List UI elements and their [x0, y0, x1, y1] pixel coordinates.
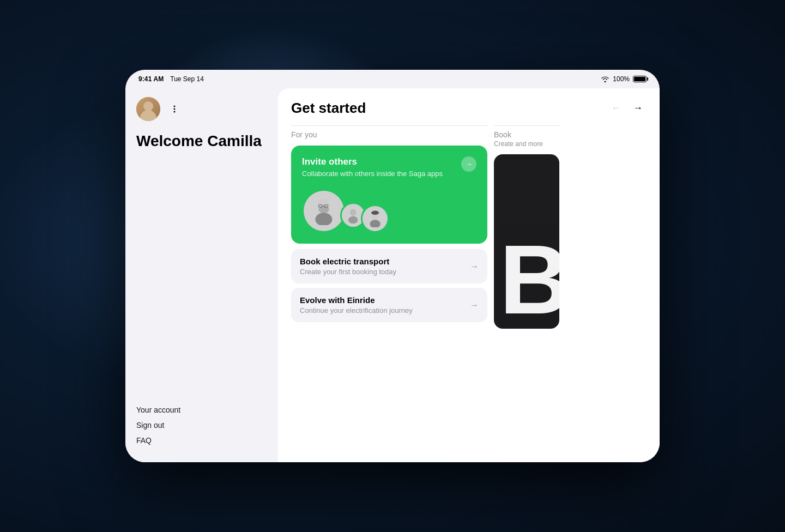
prev-arrow-button[interactable]: ← [607, 99, 625, 117]
battery-percent: 100% [613, 75, 630, 83]
big-b-letter: B [499, 231, 559, 329]
welcome-title: Welcome Camilla [136, 132, 267, 150]
book-transport-content: Book electric transport Create your firs… [300, 257, 396, 276]
status-date: Tue Sep 14 [170, 75, 204, 83]
svg-point-1 [174, 108, 176, 110]
svg-point-13 [371, 211, 379, 215]
section-header: Get started ← → [291, 99, 647, 117]
nav-arrows: ← → [607, 99, 647, 117]
svg-point-2 [174, 111, 176, 113]
book-transport-arrow: → [470, 262, 479, 271]
book-transport-title: Book electric transport [300, 257, 396, 266]
menu-dots-button[interactable] [167, 101, 182, 117]
svg-point-0 [174, 106, 176, 107]
svg-point-10 [348, 216, 358, 223]
section-title: Get started [291, 100, 366, 117]
evolve-einride-subtitle: Continue your electrification journey [300, 306, 413, 315]
sidebar-footer: Your account Sign out FAQ [136, 402, 267, 454]
book-transport-card[interactable]: Book electric transport Create your firs… [291, 249, 487, 283]
sidebar-link-faq[interactable]: FAQ [136, 433, 267, 448]
ipad-device: 9:41 AM Tue Sep 14 100% [125, 70, 660, 462]
battery-indicator [633, 76, 647, 82]
invite-card-text: Invite others Collaborate with others in… [302, 156, 443, 178]
book-column: Book Create and more B [494, 125, 559, 451]
invite-card-title: Invite others [302, 156, 443, 167]
next-arrow-button[interactable]: → [629, 99, 647, 117]
wifi-icon [601, 76, 609, 82]
book-label-header: Book Create and more [494, 125, 559, 154]
invite-card-subtitle: Collaborate with others inside the Saga … [302, 170, 443, 178]
profile-pic-1 [302, 189, 346, 233]
profile-images [302, 189, 476, 233]
book-sublabel: Create and more [494, 140, 559, 148]
sidebar-link-account[interactable]: Your account [136, 402, 267, 418]
status-bar: 9:41 AM Tue Sep 14 100% [125, 70, 660, 88]
main-content: Get started ← → For you Invite others [278, 88, 660, 462]
sidebar-header [136, 97, 267, 121]
evolve-einride-card[interactable]: Evolve with Einride Continue your electr… [291, 288, 487, 322]
profile-pic-3 [361, 204, 389, 233]
invite-others-card[interactable]: Invite others Collaborate with others in… [291, 146, 487, 244]
book-transport-subtitle: Create your first booking today [300, 268, 396, 276]
for-you-label: For you [291, 125, 487, 146]
for-you-column: For you Invite others Collaborate with o… [291, 125, 487, 451]
status-right: 100% [601, 75, 647, 83]
app-content: Welcome Camilla Your account Sign out FA… [125, 88, 660, 462]
sidebar-link-signout[interactable]: Sign out [136, 418, 267, 433]
svg-point-9 [350, 209, 357, 216]
book-big-card[interactable]: B [494, 154, 559, 329]
invite-card-top: Invite others Collaborate with others in… [302, 156, 476, 178]
invite-arrow: → [461, 156, 476, 172]
evolve-einride-content: Evolve with Einride Continue your electr… [300, 295, 413, 315]
avatar[interactable] [136, 97, 160, 121]
evolve-einride-arrow: → [470, 300, 479, 310]
sidebar: Welcome Camilla Your account Sign out FA… [125, 88, 278, 462]
evolve-einride-title: Evolve with Einride [300, 295, 413, 305]
svg-point-5 [315, 213, 332, 225]
svg-point-12 [370, 220, 380, 227]
cards-container: For you Invite others Collaborate with o… [291, 125, 647, 451]
status-time: 9:41 AM [138, 75, 164, 83]
